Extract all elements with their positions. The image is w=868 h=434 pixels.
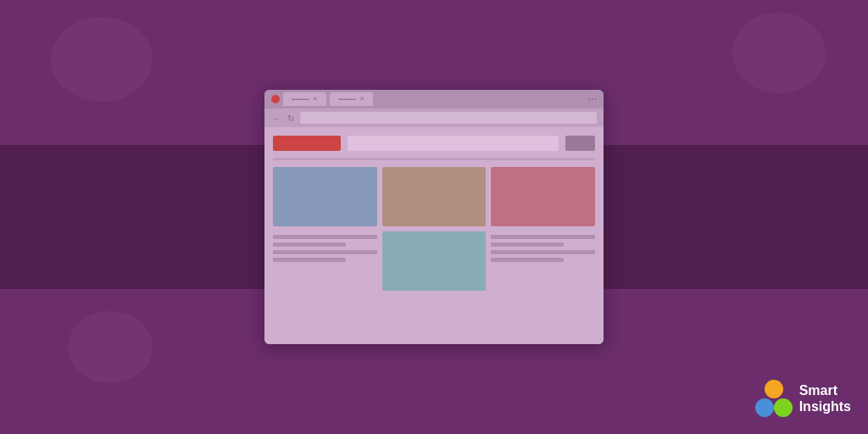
text-line-r3 <box>491 250 595 254</box>
text-line-1 <box>273 235 377 239</box>
text-col-right <box>491 231 595 291</box>
refresh-button[interactable]: ↻ <box>286 113 296 123</box>
card-grid-top <box>273 167 595 226</box>
circle-green <box>774 398 793 417</box>
text-line-r2 <box>491 242 564 247</box>
browser-titlebar: •••••••••• ✕ •••••••••• ✕ <box>264 90 604 108</box>
text-line-r1 <box>491 235 595 239</box>
card-tan <box>382 167 487 226</box>
logo-circles <box>755 380 793 417</box>
site-search-button[interactable] <box>565 136 595 151</box>
browser-tab-2[interactable]: •••••••••• ✕ <box>330 92 373 106</box>
circle-blue <box>755 398 774 417</box>
refresh-icon: ↻ <box>287 114 294 123</box>
logo-text: Smart Insights <box>799 382 851 415</box>
circle-orange <box>765 380 783 398</box>
text-line-4 <box>273 258 346 262</box>
text-line-2 <box>273 242 346 247</box>
menu-dot-3 <box>595 98 597 100</box>
menu-dot-2 <box>592 98 593 100</box>
text-col-left <box>273 231 377 291</box>
card-blue <box>273 167 377 226</box>
bubble-top-right <box>732 13 826 93</box>
logo-line2: Insights <box>799 398 851 415</box>
logo-line1: Smart <box>799 382 851 398</box>
bubble-bottom-left <box>68 311 153 383</box>
text-line-3 <box>273 250 377 254</box>
tab-close-icon[interactable]: ✕ <box>313 96 318 103</box>
browser-window: •••••••••• ✕ •••••••••• ✕ ← ↻ <box>264 90 604 344</box>
card-teal <box>382 231 487 291</box>
site-logo <box>273 136 341 151</box>
back-button[interactable]: ← <box>271 113 281 123</box>
browser-menu[interactable] <box>588 98 597 100</box>
tab-label-2: •••••••••• <box>338 97 356 102</box>
card-grid-bottom <box>273 231 595 291</box>
text-line-r4 <box>491 258 564 262</box>
back-icon: ← <box>272 114 281 123</box>
content-header <box>273 136 595 151</box>
close-button[interactable] <box>271 95 280 103</box>
tab-label: •••••••••• <box>292 97 309 102</box>
smart-insights-logo: Smart Insights <box>755 380 851 417</box>
browser-toolbar: ← ↻ <box>264 108 604 127</box>
card-pink <box>491 167 595 226</box>
browser-tab-active[interactable]: •••••••••• ✕ <box>283 92 326 106</box>
content-divider <box>273 158 595 160</box>
bubble-top-left <box>51 17 153 102</box>
menu-dot-1 <box>588 98 590 100</box>
browser-content <box>264 127 604 344</box>
tab-close-icon-2[interactable]: ✕ <box>359 96 364 103</box>
address-bar[interactable] <box>300 112 597 124</box>
site-search[interactable] <box>348 136 559 151</box>
